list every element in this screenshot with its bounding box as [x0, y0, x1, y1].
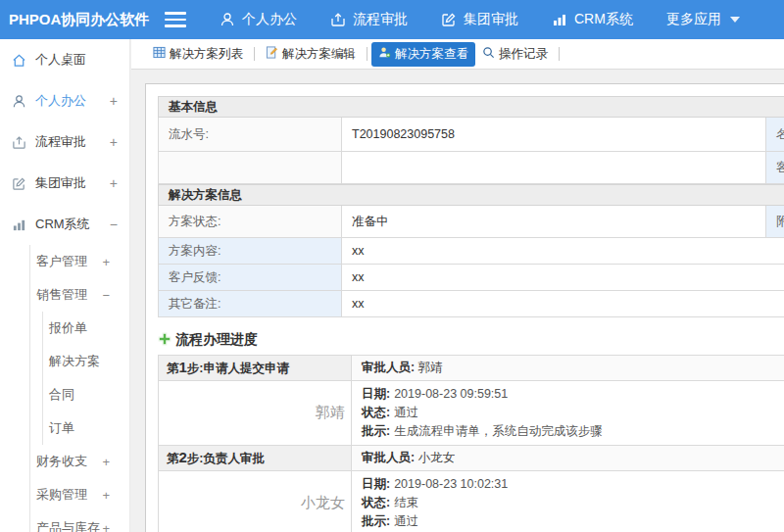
- sidebar-item-order[interactable]: 订单: [43, 411, 129, 445]
- step-1-date: 日期:2019-08-23 09:59:51: [362, 385, 784, 404]
- tab-solution-list[interactable]: 解决方案列表: [146, 42, 250, 67]
- collapse-minus-icon[interactable]: −: [110, 217, 118, 232]
- sidebar-item-contract[interactable]: 合同: [43, 378, 129, 411]
- tab-bar: 解决方案列表 解决方案编辑 解决方案查看 操作记录: [131, 39, 784, 70]
- sidebar-item-sales-management[interactable]: 销售管理 −: [30, 278, 129, 312]
- table-row: 其它备注: xx: [159, 291, 784, 317]
- sidebar-item-products-inventory[interactable]: 产品与库存 +: [30, 511, 129, 532]
- topnav-crm-system[interactable]: CRM系统: [552, 11, 633, 28]
- section-title-solution-info: 解决方案信息: [159, 185, 784, 206]
- expand-plus-icon[interactable]: +: [102, 488, 110, 503]
- topnav-more-apps[interactable]: 更多应用: [666, 11, 740, 28]
- field-label-empty: [159, 152, 342, 184]
- sidebar-item-crm-system[interactable]: CRM系统 −: [0, 204, 129, 245]
- workflow-icon: [12, 135, 28, 150]
- step-2-status: 状态:结束: [362, 494, 784, 512]
- step-detail-row: 郭靖 日期:2019-08-23 09:59:51 状态:通过 批示:生成流程申…: [159, 381, 784, 446]
- tab-solution-view[interactable]: 解决方案查看: [371, 42, 475, 67]
- table-list-icon: [153, 46, 166, 62]
- edit-document-icon: [441, 12, 457, 27]
- progress-table: 第1步:申请人提交申请 审批人员: 郭靖 郭靖 日期:2019-08-23 09…: [158, 355, 784, 532]
- step-header-row: 第1步:申请人提交申请 审批人员: 郭靖: [159, 356, 784, 381]
- step-2-approver-name: 小龙女: [159, 471, 352, 532]
- field-label-customer-feedback: 客户反馈:: [159, 265, 342, 291]
- sidebar-item-personal-office[interactable]: 个人办公 +: [0, 80, 129, 121]
- field-label-other-remarks: 其它备注:: [159, 291, 342, 317]
- basic-info-table: 基本信息 流水号: T20190823095758 名称 客户: [158, 96, 784, 184]
- bar-chart-icon: [552, 12, 567, 27]
- step-2-approver: 审批人员: 小龙女: [352, 446, 784, 471]
- expand-plus-icon[interactable]: +: [110, 134, 118, 150]
- step-1-approver: 审批人员: 郭靖: [352, 356, 784, 381]
- app-logo: PHPOA协同办公软件: [0, 11, 165, 29]
- step-1-approver-name: 郭靖: [159, 381, 352, 446]
- tab-solution-edit[interactable]: 解决方案编辑: [259, 42, 363, 67]
- sales-submenu: 报价单 解决方案 合同 订单: [42, 312, 129, 445]
- form-panel: 基本信息 流水号: T20190823095758 名称 客户 解决方案信息 方…: [145, 83, 784, 532]
- field-label-attachment: 附件: [766, 206, 784, 238]
- sidebar-item-solution[interactable]: 解决方案: [43, 345, 129, 378]
- field-value-solution-content: xx: [342, 238, 784, 265]
- sidebar-item-quotation[interactable]: 报价单: [43, 312, 129, 345]
- field-label-customer: 客户: [766, 152, 784, 184]
- field-label-solution-content: 方案内容:: [159, 238, 342, 265]
- magnifier-icon: [482, 46, 495, 62]
- table-row: 方案状态: 准备中 附件: [159, 206, 784, 238]
- step-detail-row: 小龙女 日期:2019-08-23 10:02:31 状态:结束 批示:通过: [159, 471, 784, 532]
- table-row: 客户反馈: xx: [159, 265, 784, 291]
- step-header-row: 第2步:负责人审批 审批人员: 小龙女: [159, 446, 784, 471]
- expand-plus-icon[interactable]: +: [102, 521, 110, 532]
- sidebar-item-workflow-approval[interactable]: 流程审批 +: [0, 121, 129, 163]
- divider: [559, 47, 560, 61]
- main-content: 解决方案列表 解决方案编辑 解决方案查看 操作记录 基本信息 流水号: T201…: [131, 39, 784, 532]
- topnav-workflow-approval[interactable]: 流程审批: [330, 11, 408, 28]
- expand-plus-icon[interactable]: +: [110, 175, 118, 191]
- field-label-serial-number: 流水号:: [159, 118, 342, 152]
- hamburger-menu-icon[interactable]: [165, 12, 186, 27]
- solution-info-table: 解决方案信息 方案状态: 准备中 附件 方案内容: xx 客户反馈: xx 其它…: [158, 184, 784, 317]
- topbar: PHPOA协同办公软件 个人办公 流程审批 集团审批 CRM系统 更多应用: [0, 0, 784, 39]
- step-2-date: 日期:2019-08-23 10:02:31: [362, 475, 784, 494]
- step-2-comment: 批示:通过: [362, 512, 784, 531]
- bar-chart-icon: [12, 218, 28, 232]
- sidebar-item-finance[interactable]: 财务收支 +: [30, 445, 129, 478]
- edit-document-icon: [12, 176, 28, 191]
- sidebar: 个人桌面 个人办公 + 流程审批 + 集团审批 + CRM系统 − 客户管理 +…: [0, 39, 130, 532]
- caret-down-icon: [730, 17, 740, 23]
- field-value-serial-number: T20190823095758: [342, 118, 766, 152]
- green-plus-icon: [158, 332, 172, 349]
- section-title-basic-info: 基本信息: [159, 97, 784, 118]
- step-1-status: 状态:通过: [362, 404, 784, 422]
- crm-submenu: 客户管理 + 销售管理 − 报价单 解决方案 合同 订单 财务收支 +: [29, 245, 129, 532]
- table-row: 客户: [159, 152, 784, 184]
- tab-operation-log[interactable]: 操作记录: [475, 42, 555, 67]
- field-value-customer-feedback: xx: [342, 265, 784, 291]
- sidebar-item-personal-desktop[interactable]: 个人桌面: [0, 39, 129, 80]
- user-icon: [220, 12, 235, 27]
- user-icon: [12, 94, 28, 109]
- topnav-group-approval[interactable]: 集团审批: [441, 11, 518, 28]
- step-2-label: 第2步:负责人审批: [159, 446, 352, 471]
- collapse-minus-icon[interactable]: −: [102, 288, 110, 303]
- expand-plus-icon[interactable]: +: [102, 255, 110, 269]
- expand-plus-icon[interactable]: +: [102, 455, 110, 469]
- topnav-personal-office[interactable]: 个人办公: [220, 11, 297, 28]
- table-row: 流水号: T20190823095758 名称: [159, 118, 784, 152]
- sidebar-item-customer-management[interactable]: 客户管理 +: [30, 245, 129, 278]
- step-1-label: 第1步:申请人提交申请: [159, 356, 352, 381]
- field-label-solution-status: 方案状态:: [159, 206, 342, 238]
- person-view-icon: [378, 46, 391, 62]
- divider: [367, 47, 368, 61]
- expand-plus-icon[interactable]: +: [110, 93, 118, 109]
- field-value-solution-status: 准备中: [342, 206, 766, 238]
- step-1-comment: 批示:生成流程申请单，系统自动完成该步骤: [362, 422, 784, 441]
- workflow-icon: [330, 12, 346, 27]
- sidebar-item-group-approval[interactable]: 集团审批 +: [0, 163, 129, 204]
- field-value-other-remarks: xx: [342, 291, 784, 317]
- top-navigation: 个人办公 流程审批 集团审批 CRM系统 更多应用: [220, 11, 740, 28]
- sidebar-item-purchasing[interactable]: 采购管理 +: [30, 478, 129, 511]
- divider: [254, 47, 255, 61]
- table-row: 方案内容: xx: [159, 238, 784, 265]
- home-icon: [12, 53, 28, 68]
- progress-section-title: 流程办理进度: [158, 330, 784, 350]
